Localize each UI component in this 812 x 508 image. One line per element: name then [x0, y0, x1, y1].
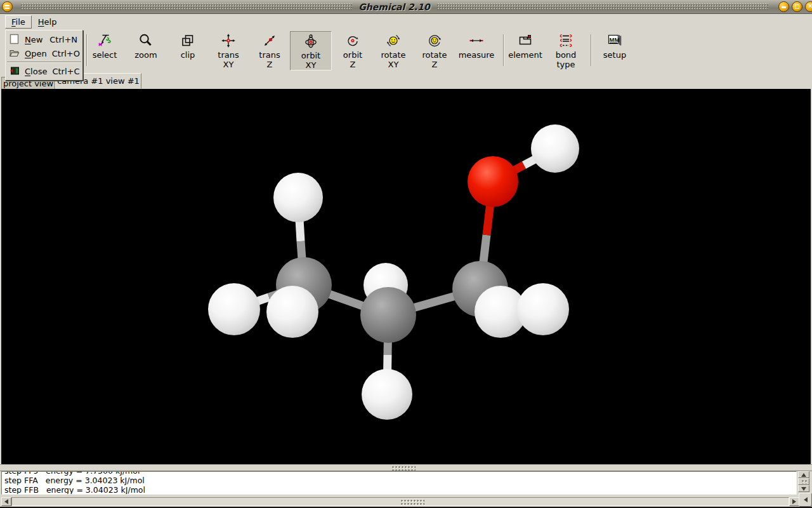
menubar: FileHelp: [0, 14, 812, 30]
toolbar-button-label: setup: [594, 50, 635, 60]
scroll-right-button[interactable]: [789, 497, 799, 506]
open-folder-icon: [9, 48, 22, 59]
titlebar-texture-right: [436, 3, 768, 10]
titlebar[interactable]: Ghemical 2.10 ✕: [0, 0, 812, 14]
toolbar-button-measure[interactable]: measure: [456, 33, 497, 60]
measure-icon: [456, 33, 497, 50]
console-horizontal-scrollbar: [1, 497, 799, 506]
translate-xy-icon: [208, 33, 249, 50]
setup-icon: MM: [594, 33, 635, 50]
new-document-icon: [9, 34, 22, 45]
arrow-up-icon: [801, 473, 806, 477]
toolbar-button-orbit-z[interactable]: orbit Z: [332, 33, 373, 69]
menu-item-label: New: [25, 35, 43, 44]
arrow-left-icon: [804, 497, 808, 502]
clip-icon: [167, 33, 208, 50]
tab-bar: project viewcamera #1 view #1: [0, 73, 812, 89]
toolbar-button-rotate-xy[interactable]: rotate XY: [373, 33, 414, 69]
menu-item-new[interactable]: NewCtrl+N: [6, 32, 82, 46]
file-menu: NewCtrl+NOpenCtrl+OCloseCtrl+C: [5, 30, 83, 81]
arrow-right-icon: [792, 499, 796, 504]
svg-text:MM: MM: [610, 36, 620, 43]
toolbar-button-label: bond type: [546, 50, 586, 69]
toolbar-button-label: orbit Z: [332, 50, 373, 69]
scroll-up-button[interactable]: [798, 471, 809, 478]
horizontal-scroll-track[interactable]: [11, 497, 789, 506]
atom-H: [531, 124, 579, 173]
menu-separator: [7, 62, 81, 63]
toolbar-button-clip[interactable]: clip: [167, 33, 208, 60]
menubar-item-help[interactable]: Help: [32, 15, 63, 29]
titlebar-texture-left: [20, 3, 352, 10]
viewport-3d[interactable]: [1, 89, 811, 464]
toolbar-button-label: element: [505, 50, 546, 60]
translate-z-icon: [249, 33, 290, 50]
atom-H: [266, 286, 318, 338]
toolbar-button-label: measure: [456, 50, 497, 60]
atom-H: [362, 369, 412, 420]
toolbar-separator: [86, 34, 88, 66]
atom-H: [273, 173, 323, 222]
atom-H: [208, 283, 260, 335]
toolbar-button-setup[interactable]: MMsetup: [594, 33, 635, 60]
window-menu-button[interactable]: [2, 1, 13, 12]
menu-item-label: Open: [25, 49, 47, 58]
toolbar-button-label: trans XY: [208, 50, 249, 69]
atom-C: [360, 287, 416, 343]
minimize-icon: [782, 6, 786, 8]
toolbar-button-label: orbit XY: [291, 51, 331, 70]
orbit-xy-icon: [291, 34, 331, 51]
toolbar-button-zoom[interactable]: zoom: [126, 33, 166, 60]
console-vertical-scrollbar: [798, 471, 809, 493]
minimize-button[interactable]: [778, 1, 789, 12]
window-title: Ghemical 2.10: [358, 2, 429, 12]
atom-H: [517, 283, 569, 335]
menu-item-shortcut: Ctrl+N: [44, 35, 77, 44]
select-icon: [84, 33, 125, 50]
vertical-scroll-thumb[interactable]: [798, 478, 809, 485]
window-menu-icon: [4, 5, 10, 6]
thumb-grip-icon: [400, 499, 424, 505]
maximize-button[interactable]: [792, 1, 802, 12]
molecule-render: [1, 89, 811, 464]
toolbar-button-element[interactable]: element: [505, 33, 546, 60]
menu-item-shortcut: Ctrl+C: [47, 67, 79, 76]
menu-item-close[interactable]: CloseCtrl+C: [6, 64, 82, 78]
toolbar-button-trans-z[interactable]: trans Z: [249, 33, 290, 69]
toolbar-button-label: rotate Z: [414, 50, 455, 69]
element-icon: [505, 33, 546, 50]
menubar-item-file[interactable]: File: [5, 15, 32, 29]
splitter-handle[interactable]: [0, 464, 812, 471]
thumb-grip-icon: [801, 479, 807, 484]
toolbar-button-trans-xy[interactable]: trans XY: [208, 33, 249, 69]
splitter-grip-icon: [391, 465, 416, 471]
maximize-icon: [795, 4, 799, 9]
bond-type-icon: [546, 33, 586, 50]
toolbar-separator: [503, 34, 504, 66]
window-close-icon: ✕: [806, 2, 812, 11]
arrow-down-icon: [801, 487, 806, 491]
toolbar-button-label: select: [84, 50, 125, 60]
rotate-xy-icon: [373, 33, 414, 50]
menu-item-shortcut: Ctrl+O: [47, 49, 80, 58]
rotate-z-icon: [414, 33, 455, 50]
toolbar-button-rotate-z[interactable]: rotate Z: [414, 33, 455, 69]
scroll-left-button[interactable]: [1, 497, 11, 506]
toolbar-button-label: clip: [167, 50, 208, 60]
corner-scroll-button[interactable]: [799, 493, 812, 507]
close-document-icon: [9, 65, 22, 77]
console-line: step FF9 energy = 7.7500 kJ/mol: [2, 471, 796, 476]
toolbar-button-select[interactable]: select: [84, 33, 125, 60]
arrow-left-icon: [4, 499, 8, 504]
toolbar-button-label: rotate XY: [373, 50, 414, 69]
console-line: step FFA energy = 3.04023 kJ/mol: [2, 476, 796, 485]
zoom-icon: [126, 33, 166, 50]
scroll-down-button[interactable]: [798, 485, 809, 492]
menu-item-open[interactable]: OpenCtrl+O: [6, 46, 82, 60]
console-output[interactable]: step FF9 energy = 7.7500 kJ/molstep FFA …: [1, 471, 797, 495]
toolbar-separator: [591, 34, 592, 66]
toolbar-button-orbit-xy[interactable]: orbit XY: [290, 31, 332, 70]
atom-O: [468, 156, 518, 207]
window-close-button[interactable]: ✕: [805, 1, 812, 12]
toolbar-button-bond-type[interactable]: bond type: [546, 33, 586, 69]
